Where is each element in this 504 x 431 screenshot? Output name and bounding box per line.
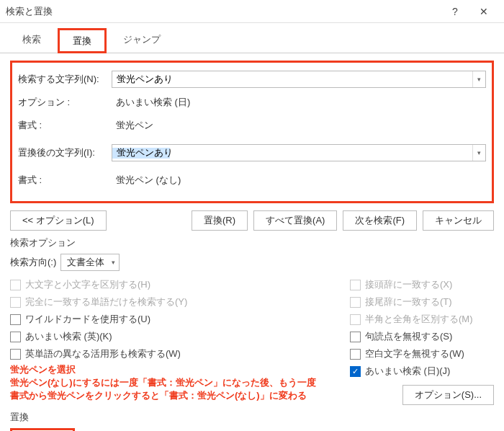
window-title: 検索と置換 <box>6 5 441 18</box>
find-input[interactable] <box>112 74 472 85</box>
replace-combo[interactable]: ▾ <box>112 144 486 161</box>
find-format-value: 蛍光ペン <box>112 119 153 132</box>
tab-replace[interactable]: 置換 <box>58 28 107 53</box>
find-next-button[interactable]: 次を検索(F) <box>343 210 417 231</box>
check-word-forms[interactable]: 英単語の異なる活用形も検索する(W) <box>10 347 350 360</box>
check-punct[interactable]: 句読点を無視する(S) <box>350 330 494 343</box>
check-fuzzy-jp[interactable]: ✓あいまい検索 (日)(J) <box>350 365 494 378</box>
action-button-row: << オプション(L) 置換(R) すべて置換(A) 次を検索(F) キャンセル <box>10 210 494 231</box>
find-options-label: オプション : <box>18 96 112 109</box>
check-case: 大文字と小文字を区別する(H) <box>10 278 350 291</box>
replace-format-label: 書式 : <box>18 174 112 187</box>
help-button[interactable]: ? <box>441 1 469 22</box>
close-button[interactable]: ✕ <box>469 1 498 22</box>
fuzzy-options-button[interactable]: オプション(S)... <box>402 385 494 405</box>
check-prefix: 接頭辞に一致する(X) <box>350 278 494 291</box>
chevron-down-icon: ▾ <box>112 259 115 266</box>
check-suffix: 接尾辞に一致する(T) <box>350 296 494 308</box>
replace-button[interactable]: 置換(R) <box>192 210 248 231</box>
replace-all-button[interactable]: すべて置換(A) <box>253 210 337 231</box>
cancel-button[interactable]: キャンセル <box>423 210 494 231</box>
tab-search[interactable]: 検索 <box>9 28 55 53</box>
find-combo[interactable]: ▾ <box>112 71 486 88</box>
annotation: 蛍光ペンを選択 蛍光ペン(なし)にするには一度「書式：蛍光ペン」になった後、もう… <box>10 363 350 403</box>
find-replace-group: 検索する文字列(N): ▾ オプション : あいまい検索 (日) 書式 : 蛍光… <box>10 61 494 203</box>
chevron-down-icon[interactable]: ▾ <box>472 145 485 161</box>
chevron-down-icon[interactable]: ▾ <box>472 71 485 87</box>
check-space[interactable]: 空白文字を無視する(W) <box>350 347 494 360</box>
replace-format-value: 蛍光ペン (なし) <box>112 174 181 187</box>
search-options-heading: 検索オプション <box>10 236 494 249</box>
tab-jump[interactable]: ジャンプ <box>109 28 174 53</box>
direction-label: 検索方向(:) <box>10 256 56 269</box>
check-width: 半角と全角を区別する(M) <box>350 313 494 326</box>
find-format-label: 書式 : <box>18 119 112 132</box>
options-toggle-button[interactable]: << オプション(L) <box>10 210 107 231</box>
titlebar: 検索と置換 ? ✕ <box>0 0 504 23</box>
direction-value: 文書全体 <box>67 256 104 269</box>
replace-label: 置換後の文字列(I): <box>18 146 112 159</box>
replace-input[interactable] <box>112 148 472 159</box>
content-area: 検索する文字列(N): ▾ オプション : あいまい検索 (日) 書式 : 蛍光… <box>0 53 504 431</box>
tabstrip: 検索 置換 ジャンプ <box>0 23 504 53</box>
direction-select[interactable]: 文書全体 ▾ <box>60 254 120 271</box>
replace-section-heading: 置換 <box>10 411 494 424</box>
check-fuzzy-en[interactable]: あいまい検索 (英)(K) <box>10 330 350 343</box>
check-wildcard[interactable]: ワイルドカードを使用する(U) <box>10 313 350 326</box>
check-whole: 完全に一致する単語だけを検索する(Y) <box>10 296 350 308</box>
find-label: 検索する文字列(N): <box>18 73 112 86</box>
find-options-value: あいまい検索 (日) <box>112 96 190 109</box>
